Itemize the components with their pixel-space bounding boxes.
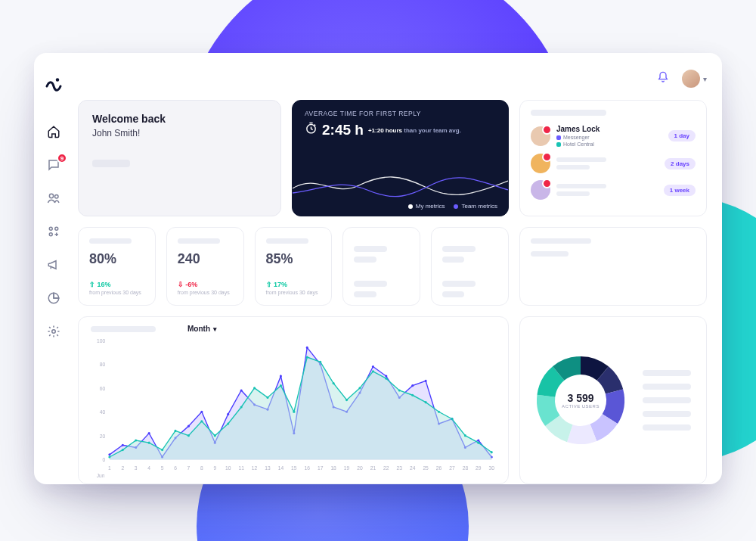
avatar: [531, 126, 550, 146]
svg-point-98: [398, 389, 401, 391]
apps-icon: [47, 225, 60, 241]
stat-from: from previous 30 days: [266, 290, 321, 295]
timer-icon: [305, 122, 318, 138]
lead-badge[interactable]: 1 week: [664, 185, 696, 196]
svg-point-100: [425, 401, 427, 403]
nav-campaigns[interactable]: [43, 256, 64, 277]
svg-text:26: 26: [436, 465, 442, 471]
svg-text:21: 21: [370, 465, 376, 471]
account-menu[interactable]: ▾: [682, 70, 707, 88]
legend-team: Team metrics: [461, 203, 497, 210]
stat-from: from previous 30 days: [89, 290, 144, 295]
svg-point-6: [52, 330, 56, 334]
svg-text:27: 27: [449, 465, 455, 471]
svg-text:29: 29: [476, 465, 482, 471]
stat-value: 85%: [266, 251, 321, 267]
chevron-down-icon: ▾: [213, 325, 217, 333]
svg-text:0: 0: [102, 457, 105, 462]
svg-point-85: [227, 422, 229, 424]
legend-my: My metrics: [416, 203, 445, 210]
megaphone-icon: [47, 258, 60, 275]
svg-point-78: [135, 439, 137, 441]
reply-value: 2:45 h: [322, 122, 364, 138]
svg-text:2: 2: [121, 465, 124, 471]
svg-text:3: 3: [135, 465, 138, 471]
svg-point-92: [319, 361, 321, 363]
lead-badge[interactable]: 2 days: [665, 158, 696, 169]
svg-text:28: 28: [463, 465, 469, 471]
nav-settings[interactable]: [43, 322, 64, 344]
active-users-card: 3 599 ACTIVE USERS: [519, 316, 707, 484]
period-select[interactable]: Month ▾: [187, 325, 217, 333]
svg-point-69: [411, 384, 414, 387]
svg-text:24: 24: [410, 465, 416, 471]
stat-from: from previous 30 days: [178, 290, 233, 295]
svg-point-1: [49, 194, 53, 197]
nav-contacts[interactable]: [43, 189, 64, 210]
donut-label: ACTIVE USERS: [562, 404, 600, 409]
stat-tile-placeholder: [431, 227, 509, 306]
lead-badge[interactable]: 1 day: [668, 130, 696, 141]
svg-text:8: 8: [200, 465, 203, 471]
svg-point-0: [56, 78, 59, 81]
avatar: [682, 70, 700, 88]
svg-text:6: 6: [174, 465, 177, 471]
nav-apps[interactable]: [43, 222, 64, 244]
svg-point-47: [122, 444, 124, 446]
svg-point-84: [214, 434, 216, 437]
avg-reply-card: AVERAGE TIME FOR FIRST REPLY 2:45 h +1:2…: [292, 100, 509, 216]
svg-point-55: [227, 413, 229, 415]
svg-point-59: [280, 375, 282, 378]
notifications-button[interactable]: [653, 69, 673, 89]
svg-point-2: [55, 195, 59, 199]
lead-item[interactable]: James LockMessengerHotel Central1 day: [531, 125, 696, 147]
svg-point-102: [451, 418, 453, 420]
donut-chart: 3 599 ACTIVE USERS: [532, 352, 629, 449]
svg-point-88: [266, 396, 268, 399]
svg-text:4: 4: [147, 465, 150, 471]
placeholder: [91, 326, 156, 332]
placeholder: [266, 238, 308, 244]
placeholder: [178, 238, 220, 244]
svg-point-49: [148, 432, 150, 434]
period-label: Month: [187, 325, 210, 333]
hero-row: Welcome back John Smith! AVERAGE TIME FO…: [78, 100, 707, 216]
leads-card: James LockMessengerHotel Central1 day2 d…: [519, 100, 707, 216]
nav-home[interactable]: [43, 123, 64, 144]
avatar: [531, 180, 550, 200]
svg-point-95: [358, 387, 361, 389]
reply-diff: +1:20 hours: [368, 127, 402, 134]
svg-text:17: 17: [318, 465, 324, 471]
nav-inbox[interactable]: 9: [43, 156, 64, 177]
chevron-down-icon: ▾: [703, 75, 707, 83]
stat-tile: 85% ⇧ 17% from previous 30 days: [255, 227, 333, 306]
svg-point-87: [253, 387, 256, 389]
svg-point-80: [161, 449, 163, 451]
topbar: ▾: [78, 68, 707, 89]
svg-point-76: [108, 455, 110, 458]
svg-point-93: [333, 382, 335, 384]
svg-text:22: 22: [383, 465, 389, 471]
svg-point-77: [122, 449, 124, 451]
svg-point-56: [240, 389, 243, 391]
reply-legend: My metrics Team metrics: [408, 203, 497, 210]
svg-text:19: 19: [344, 465, 350, 471]
app-logo: [45, 68, 63, 101]
svg-text:9: 9: [213, 465, 216, 471]
nav-reports[interactable]: [43, 289, 64, 310]
lead-item[interactable]: 1 week: [531, 180, 696, 200]
placeholder: [89, 238, 132, 244]
reply-label: AVERAGE TIME FOR FIRST REPLY: [305, 110, 496, 117]
lead-item[interactable]: 2 days: [531, 154, 696, 173]
stats-row: 80% ⇧ 16% from previous 30 days 240 ⇩ -6…: [78, 227, 707, 306]
lead-place: Hotel Central: [556, 141, 662, 147]
svg-point-97: [385, 378, 387, 380]
svg-point-103: [464, 434, 466, 437]
lead-channel: Messenger: [556, 135, 662, 140]
svg-point-90: [293, 411, 295, 413]
trend-chart-card: Month ▾ 02040608010012345678910111213141…: [78, 316, 509, 484]
svg-text:80: 80: [100, 362, 106, 367]
svg-point-86: [240, 406, 243, 408]
svg-point-53: [200, 411, 203, 413]
svg-point-99: [411, 394, 414, 396]
